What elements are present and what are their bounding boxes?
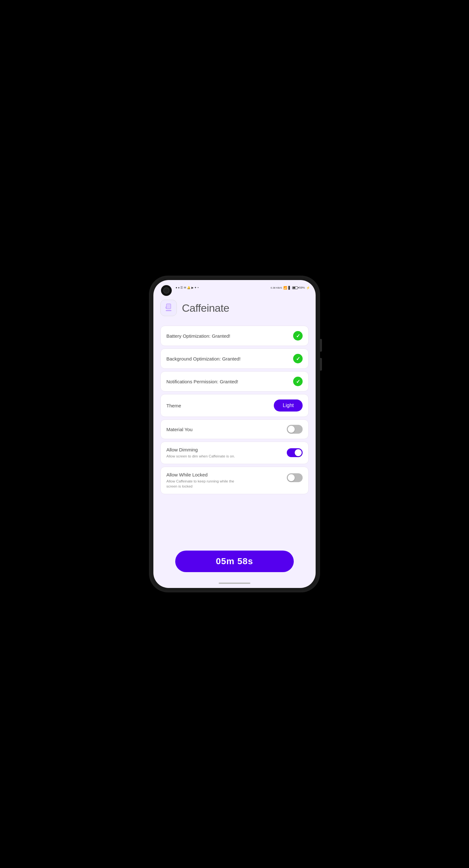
wifi-icon: 📶 [283, 286, 287, 289]
home-bar [219, 583, 250, 584]
battery-optimization-label: Battery Optimization: Granted! [166, 333, 230, 339]
material-you-toggle-track [287, 425, 303, 434]
battery-text: 59% [299, 286, 305, 289]
settings-list: Battery Optimization: Granted! Backgroun… [160, 326, 309, 494]
app-logo-icon [164, 303, 173, 313]
theme-card[interactable]: Theme Light [160, 394, 309, 417]
allow-dimming-toggle[interactable] [287, 448, 303, 457]
background-optimization-label: Background Optimization: Granted! [166, 356, 240, 362]
material-you-card[interactable]: Material You [160, 420, 309, 439]
camera-hole [161, 285, 172, 296]
notifications-permission-check [293, 377, 303, 386]
background-optimization-check [293, 354, 303, 363]
charging-icon: ⚡ [306, 286, 310, 289]
allow-while-locked-card[interactable]: Allow While Locked Allow Caffeinate to k… [160, 467, 309, 494]
theme-label: Theme [166, 403, 181, 408]
allow-dimming-toggle-thumb [295, 449, 302, 456]
battery-optimization-card[interactable]: Battery Optimization: Granted! [160, 326, 309, 346]
allow-while-locked-toggle[interactable] [287, 473, 303, 482]
status-left: ● ♦ ☰ ✉ 🔔 ▶ ✦ • [176, 286, 199, 289]
notifications-permission-card[interactable]: Notifications Permission: Granted! [160, 371, 309, 392]
battery-optimization-check [293, 331, 303, 341]
material-you-toggle[interactable] [287, 425, 303, 434]
allow-dimming-card[interactable]: Allow Dimming Allow screen to dim when C… [160, 442, 309, 464]
svg-rect-0 [166, 304, 171, 309]
notifications-permission-label: Notifications Permission: Granted! [166, 379, 238, 384]
material-you-toggle-thumb [288, 426, 295, 433]
phone-screen: ● ♦ ☰ ✉ 🔔 ▶ ✦ • 0.38 KB/S 📶 ▋ 59% ⚡ [153, 280, 316, 588]
allow-dimming-text-group: Allow Dimming Allow screen to dim when C… [166, 447, 235, 459]
battery-icon [292, 286, 298, 289]
app-logo [160, 300, 177, 316]
battery-indicator: 59% [292, 286, 305, 289]
allow-while-locked-toggle-track [287, 473, 303, 482]
timer-area: 05m 58s [160, 541, 309, 572]
app-content: Caffeinate Battery Optimization: Granted… [153, 294, 316, 579]
battery-fill [293, 287, 295, 288]
volume-down-button[interactable] [320, 358, 322, 371]
allow-dimming-toggle-track [287, 448, 303, 457]
home-indicator [153, 579, 316, 588]
phone-frame: ● ♦ ☰ ✉ 🔔 ▶ ✦ • 0.38 KB/S 📶 ▋ 59% ⚡ [149, 276, 320, 592]
timer-button[interactable]: 05m 58s [175, 551, 294, 572]
camera-lens [163, 287, 170, 294]
theme-button[interactable]: Light [274, 400, 303, 411]
status-right: 0.38 KB/S 📶 ▋ 59% ⚡ [271, 286, 310, 289]
allow-while-locked-label: Allow While Locked [166, 472, 236, 477]
allow-while-locked-toggle-thumb [288, 474, 295, 481]
svg-rect-1 [166, 310, 171, 311]
allow-while-locked-text-group: Allow While Locked Allow Caffeinate to k… [166, 472, 236, 489]
allow-dimming-sublabel: Allow screen to dim when Caffeinate is o… [166, 454, 235, 459]
status-bar: ● ♦ ☰ ✉ 🔔 ▶ ✦ • 0.38 KB/S 📶 ▋ 59% ⚡ [153, 280, 316, 294]
signal-bars-icon: ▋ [288, 286, 291, 289]
allow-dimming-label: Allow Dimming [166, 447, 235, 453]
material-you-label: Material You [166, 427, 193, 432]
notification-icons: ● ♦ ☰ ✉ 🔔 ▶ ✦ • [176, 286, 199, 289]
app-title: Caffeinate [182, 302, 229, 314]
signal-strength-text: 0.38 KB/S [271, 286, 282, 289]
volume-up-button[interactable] [320, 339, 322, 352]
app-header: Caffeinate [160, 297, 309, 319]
allow-while-locked-sublabel: Allow Caffeinate to keep running while t… [166, 479, 236, 489]
background-optimization-card[interactable]: Background Optimization: Granted! [160, 348, 309, 369]
